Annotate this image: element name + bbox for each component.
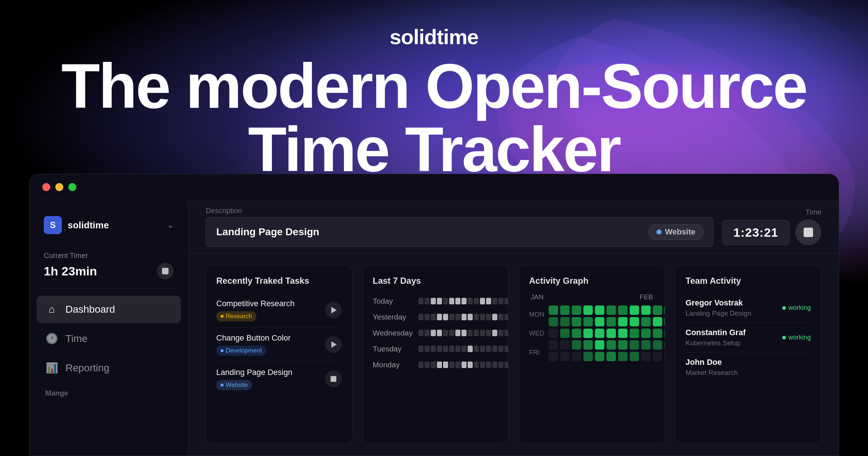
mini-bar — [431, 298, 436, 304]
activity-cell — [607, 329, 616, 338]
traffic-light-yellow[interactable] — [55, 183, 63, 191]
timer-value: 1h 23min — [44, 264, 97, 278]
timer-description-input[interactable]: Landing Page Design Website — [206, 217, 714, 247]
activity-cell — [549, 352, 558, 361]
mini-bar — [474, 346, 479, 352]
mini-bar — [455, 362, 460, 368]
mini-bar — [437, 314, 442, 320]
stop-button-2[interactable] — [325, 371, 342, 387]
time-icon: 🕐 — [45, 333, 58, 345]
mini-bar — [486, 298, 491, 304]
traffic-light-red[interactable] — [42, 183, 50, 191]
days-container: Today6h 23minYesterday2h 59minWednesday4… — [373, 293, 498, 373]
play-button-0[interactable] — [325, 302, 342, 318]
headline-line2: Time Tracker — [61, 118, 807, 181]
task-info: Landing Page Design Website — [216, 368, 319, 390]
day-bar-container — [418, 314, 509, 320]
activity-cell — [572, 340, 581, 350]
task-info: Change Button Color Development — [216, 333, 319, 356]
mini-bar — [486, 346, 491, 352]
mini-bar — [468, 314, 473, 320]
month-feb: FEB — [640, 293, 653, 301]
org-selector[interactable]: S solidtime ⌄ — [37, 210, 181, 240]
mini-bar — [437, 346, 442, 352]
mini-bar — [455, 314, 460, 320]
headline-line1: The modern Open-Source — [61, 54, 807, 118]
mini-bar — [468, 330, 473, 336]
tag-label: Development — [226, 347, 262, 354]
activity-cell — [618, 317, 627, 326]
time-display: 1:23:21 — [722, 220, 790, 245]
sidebar-item-time[interactable]: 🕐 Time — [37, 325, 181, 352]
activity-cell — [641, 317, 651, 326]
timer-description-value: Landing Page Design — [216, 226, 319, 238]
chevron-down-icon: ⌄ — [167, 220, 174, 230]
activity-cell — [664, 305, 665, 315]
mini-bar — [449, 314, 454, 320]
project-badge[interactable]: Website — [649, 224, 703, 240]
mini-bar — [480, 346, 485, 352]
task-item-landing-page-design: Landing Page Design Website — [216, 362, 342, 396]
tag-dot — [221, 384, 224, 387]
org-icon: S — [44, 216, 62, 234]
activity-cell — [630, 329, 639, 338]
activity-cell — [607, 340, 616, 350]
task-item-competitive-research: Competitive Research Research — [216, 293, 342, 328]
mini-bar — [486, 330, 491, 336]
last-7-days-title: Last 7 Days — [373, 276, 498, 286]
play-button-1[interactable] — [325, 336, 342, 353]
mini-bar — [443, 298, 448, 304]
traffic-lights — [42, 183, 76, 191]
mini-bar — [437, 362, 442, 368]
sidebar-item-reporting[interactable]: 📊 Reporting — [37, 354, 181, 382]
mini-bar — [443, 362, 448, 368]
activity-cell — [618, 340, 627, 350]
activity-cell — [549, 340, 558, 350]
mini-bar — [437, 330, 442, 336]
desc-label: Description — [206, 207, 714, 215]
activity-cell — [607, 352, 616, 361]
mini-bar — [425, 330, 430, 336]
activity-graph-title: Activity Graph — [529, 276, 655, 286]
activity-cell — [641, 352, 651, 361]
member-info: Constantin GrafKubernetes Setup — [686, 328, 776, 347]
play-icon — [331, 341, 337, 348]
activity-cell — [549, 329, 558, 338]
dashboard-grid: Recently Traked Tasks Competitive Resear… — [188, 254, 839, 456]
activity-cell — [641, 305, 651, 315]
recently-tracked-card: Recently Traked Tasks Competitive Resear… — [206, 265, 352, 444]
member-task: Market Research — [686, 369, 811, 377]
mini-bar — [486, 314, 491, 320]
working-label: working — [788, 334, 811, 341]
working-badge: working — [782, 334, 811, 341]
activity-cell — [664, 329, 665, 338]
activity-cell — [641, 329, 651, 338]
dashboard-icon: ⌂ — [45, 304, 58, 315]
mini-bar — [418, 330, 424, 336]
traffic-light-green[interactable] — [68, 183, 76, 191]
member-name: Gregor Vostrak — [686, 298, 776, 308]
day-name: Monday — [373, 360, 413, 369]
sidebar-item-label-time: Time — [65, 333, 88, 345]
stop-button[interactable] — [795, 219, 821, 245]
mini-bar — [418, 346, 424, 352]
timer-label: Current Timer — [44, 252, 174, 260]
org-name: solidtime — [68, 220, 161, 231]
reporting-icon: 📊 — [45, 362, 58, 374]
activity-row-labels: MON WED FRI — [529, 305, 544, 361]
activity-cell — [630, 317, 639, 326]
activity-cell — [664, 352, 665, 361]
time-label: Time — [805, 208, 821, 216]
sidebar-item-dashboard[interactable]: ⌂ Dashboard — [37, 296, 181, 323]
mini-bar — [461, 298, 467, 304]
activity-cell — [560, 352, 570, 361]
current-timer-section: Current Timer 1h 23min — [37, 247, 181, 288]
sidebar-stop-button[interactable] — [157, 263, 174, 279]
day-row: Tuesday1h 03min — [373, 341, 498, 357]
mini-bar — [443, 314, 448, 320]
activity-cell — [560, 317, 570, 326]
mini-bar — [431, 346, 436, 352]
day-row: Monday2h 59min — [373, 357, 498, 373]
activity-cell — [630, 305, 639, 315]
mini-bar — [505, 298, 509, 304]
